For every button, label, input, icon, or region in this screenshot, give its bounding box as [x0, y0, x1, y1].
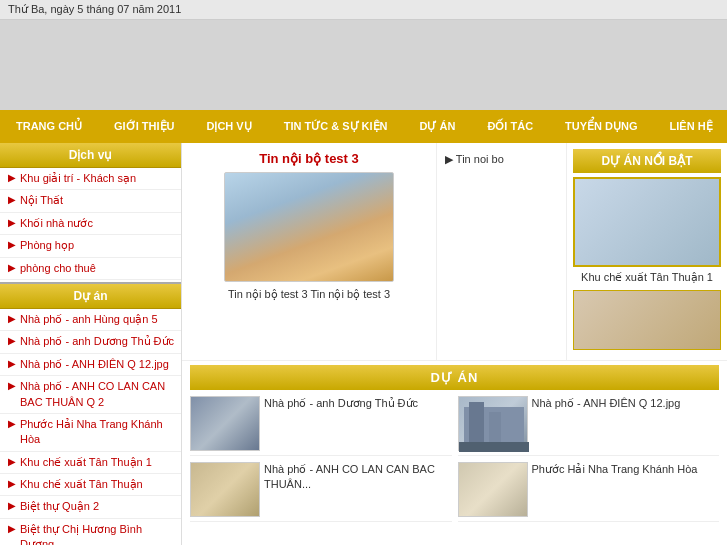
sidebar-dich-vu-2[interactable]: ▶ Khối nhà nước: [0, 213, 181, 235]
nav-lien-he[interactable]: LIÊN HỆ: [654, 110, 727, 143]
sidebar-dich-vu-3[interactable]: ▶ Phòng họp: [0, 235, 181, 257]
arrow-icon-da8: ▶: [8, 523, 16, 534]
sidebar-du-an-8[interactable]: ▶ Biệt thự Chị Hương Bình Dương: [0, 519, 181, 545]
sidebar-dich-vu-4[interactable]: ▶ phòng cho thuê: [0, 258, 181, 280]
dich-vu-title: Dịch vụ: [0, 143, 181, 168]
arrow-icon-da5: ▶: [8, 456, 16, 467]
arrow-icon-da4: ▶: [8, 418, 16, 429]
sidebar-du-an-label-2[interactable]: Nhà phố - ANH ĐIÊN Q 12.jpg: [20, 357, 169, 372]
project-item-0[interactable]: Nhà phố - anh Dương Thủ Đức: [190, 396, 452, 456]
nav-bar: TRANG CHỦ GIỚI THIỆU DỊCH VỤ TIN TỨC & S…: [0, 110, 727, 143]
sidebar-du-an-label-0[interactable]: Nhà phố - anh Hùng quận 5: [20, 312, 158, 327]
featured-image-2[interactable]: [573, 290, 721, 350]
internal-news: ▶ Tin noi bo: [437, 143, 567, 360]
project-name-1: Nhà phố - ANH ĐIÊN Q 12.jpg: [532, 396, 681, 411]
project-grid: Nhà phố - anh Dương Thủ Đức Nhà phố: [190, 396, 719, 522]
sidebar-dich-vu-label-1[interactable]: Nội Thất: [20, 193, 63, 208]
sidebar-du-an-label-6[interactable]: Khu chế xuất Tân Thuận: [20, 477, 143, 492]
news-title[interactable]: Tin nội bộ test 3: [190, 151, 428, 166]
arrow-icon-4: ▶: [8, 262, 16, 273]
project-name-3: Phước Hải Nha Trang Khánh Hòa: [532, 462, 698, 477]
arrow-icon-2: ▶: [8, 217, 16, 228]
featured-title: DỰ ÁN NỔI BẬT: [573, 149, 721, 173]
sidebar-du-an-6[interactable]: ▶ Khu chế xuất Tân Thuận: [0, 474, 181, 496]
project-name-0: Nhà phố - anh Dương Thủ Đức: [264, 396, 418, 411]
sidebar-dich-vu-label-4[interactable]: phòng cho thuê: [20, 261, 96, 276]
sidebar-du-an-label-4[interactable]: Phước Hải Nha Trang Khánh Hòa: [20, 417, 175, 448]
sidebar-du-an-5[interactable]: ▶ Khu chế xuất Tân Thuận 1: [0, 452, 181, 474]
project-section: DỰ ÁN Nhà phố - anh Dương Thủ Đức: [182, 361, 727, 526]
nav-tin-tuc[interactable]: TIN TỨC & SỰ KIỆN: [268, 110, 404, 143]
bullet-icon: ▶: [445, 153, 456, 165]
sidebar-du-an-0[interactable]: ▶ Nhà phố - anh Hùng quận 5: [0, 309, 181, 331]
project-name-2: Nhà phố - ANH CO LAN CAN BAC THUÂN...: [264, 462, 452, 493]
date-text: Thứ Ba, ngày 5 tháng 07 năm 2011: [8, 3, 181, 15]
featured-image-1[interactable]: [573, 177, 721, 267]
project-thumb-1: [458, 396, 528, 451]
top-bar: Thứ Ba, ngày 5 tháng 07 năm 2011: [0, 0, 727, 20]
sidebar-du-an-7[interactable]: ▶ Biệt thự Quận 2: [0, 496, 181, 518]
du-an-title: Dự án: [0, 282, 181, 309]
sidebar-dich-vu-label-3[interactable]: Phòng họp: [20, 238, 74, 253]
featured-project: DỰ ÁN NỔI BẬT Khu chế xuất Tân Thuận 1: [567, 143, 727, 360]
sidebar-dich-vu-0[interactable]: ▶ Khu giải trí - Khách sạn: [0, 168, 181, 190]
nav-tuyen-dung[interactable]: TUYỂN DỤNG: [549, 110, 653, 143]
featured-caption-1: Khu chế xuất Tân Thuận 1: [573, 271, 721, 284]
sidebar-dich-vu-1[interactable]: ▶ Nội Thất: [0, 190, 181, 212]
news-image: [224, 172, 394, 282]
arrow-icon-da6: ▶: [8, 478, 16, 489]
sidebar-du-an-label-5[interactable]: Khu chế xuất Tân Thuận 1: [20, 455, 152, 470]
internal-news-item-0[interactable]: ▶ Tin noi bo: [445, 151, 558, 168]
nav-trang-chu[interactable]: TRANG CHỦ: [0, 110, 98, 143]
project-thumb-0: [190, 396, 260, 451]
nav-dich-vu[interactable]: DỊCH VỤ: [190, 110, 267, 143]
main-container: Dịch vụ ▶ Khu giải trí - Khách sạn ▶ Nội…: [0, 143, 727, 545]
sidebar-du-an-label-8[interactable]: Biệt thự Chị Hương Bình Dương: [20, 522, 175, 545]
arrow-icon-3: ▶: [8, 239, 16, 250]
nav-gioi-thieu[interactable]: GIỚI THIỆU: [98, 110, 190, 143]
internal-news-label-0[interactable]: Tin noi bo: [456, 153, 504, 165]
sidebar-du-an-1[interactable]: ▶ Nhà phố - anh Dương Thủ Đức: [0, 331, 181, 353]
sidebar-du-an-label-7[interactable]: Biệt thự Quận 2: [20, 499, 99, 514]
sidebar-du-an-label-3[interactable]: Nhà phố - ANH CO LAN CAN BAC THUÂN Q 2: [20, 379, 175, 410]
sidebar-du-an-label-1[interactable]: Nhà phố - anh Dương Thủ Đức: [20, 334, 174, 349]
sidebar-du-an-2[interactable]: ▶ Nhà phố - ANH ĐIÊN Q 12.jpg: [0, 354, 181, 376]
sidebar-du-an-4[interactable]: ▶ Phước Hải Nha Trang Khánh Hòa: [0, 414, 181, 452]
news-section: Tin nội bộ test 3 Tin nội bộ test 3 Tin …: [182, 143, 437, 360]
arrow-icon-da1: ▶: [8, 335, 16, 346]
svg-rect-2: [489, 412, 501, 442]
sidebar: Dịch vụ ▶ Khu giải trí - Khách sạn ▶ Nội…: [0, 143, 182, 545]
project-section-title: DỰ ÁN: [190, 365, 719, 390]
nav-doi-tac[interactable]: ĐỐI TÁC: [471, 110, 549, 143]
arrow-icon-da7: ▶: [8, 500, 16, 511]
sidebar-dich-vu-label-2[interactable]: Khối nhà nước: [20, 216, 93, 231]
project-thumb-2: [190, 462, 260, 517]
svg-rect-1: [469, 402, 484, 447]
arrow-icon-da0: ▶: [8, 313, 16, 324]
project-item-2[interactable]: Nhà phố - ANH CO LAN CAN BAC THUÂN...: [190, 462, 452, 522]
svg-rect-4: [459, 442, 529, 452]
arrow-icon-0: ▶: [8, 172, 16, 183]
arrow-icon-da3: ▶: [8, 380, 16, 391]
project-item-3[interactable]: Phước Hải Nha Trang Khánh Hòa: [458, 462, 720, 522]
content-area: Tin nội bộ test 3 Tin nội bộ test 3 Tin …: [182, 143, 727, 545]
arrow-icon-1: ▶: [8, 194, 16, 205]
arrow-icon-da2: ▶: [8, 358, 16, 369]
nav-du-an[interactable]: DỰ ÁN: [404, 110, 472, 143]
project-item-1[interactable]: Nhà phố - ANH ĐIÊN Q 12.jpg: [458, 396, 720, 456]
sidebar-dich-vu-label-0[interactable]: Khu giải trí - Khách sạn: [20, 171, 136, 186]
svg-rect-3: [504, 417, 522, 442]
project-thumb-3: [458, 462, 528, 517]
banner-area: [0, 20, 727, 110]
content-top-row: Tin nội bộ test 3 Tin nội bộ test 3 Tin …: [182, 143, 727, 361]
news-description: Tin nội bộ test 3 Tin nội bộ test 3: [190, 288, 428, 301]
sidebar-du-an-3[interactable]: ▶ Nhà phố - ANH CO LAN CAN BAC THUÂN Q 2: [0, 376, 181, 414]
